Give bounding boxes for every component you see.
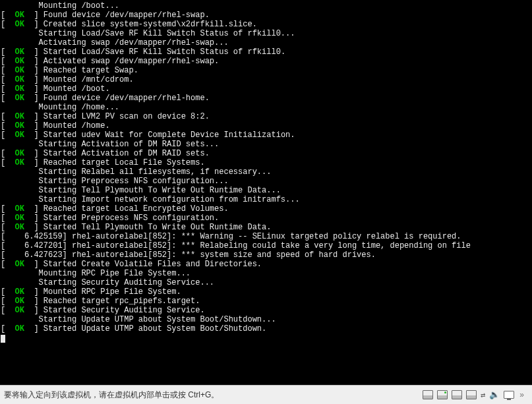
terminal-line: Starting Activation of DM RAID sets...	[1, 140, 531, 149]
ok-status: OK	[15, 57, 24, 66]
ok-status: OK	[15, 84, 24, 94]
terminal-line: [ OK ] Started Activation of DM RAID set…	[1, 149, 531, 158]
ok-status: OK	[15, 297, 24, 306]
terminal-line: [ OK ] Reached target rpc_pipefs.target.	[1, 297, 531, 306]
disk-icon[interactable]	[452, 390, 462, 399]
terminal-line: Mounting /boot...	[1, 1, 531, 11]
ok-status: OK	[15, 149, 24, 158]
ok-status: OK	[15, 47, 24, 57]
terminal-line: Starting Relabel all filesystems, if nec…	[1, 167, 531, 177]
ok-status: OK	[15, 130, 24, 140]
terminal-line: [ OK ] Mounted RPC Pipe File System.	[1, 287, 531, 297]
vm-device-tray: ⇄ 🔈 »	[423, 390, 532, 399]
terminal-line: [ OK ] Started Update UTMP about System …	[1, 324, 531, 333]
ok-status: OK	[15, 223, 24, 232]
terminal-line: Starting Load/Save RF Kill Switch Status…	[1, 29, 531, 38]
terminal-line: [ OK ] Started Tell Plymouth To Write Ou…	[1, 223, 531, 232]
network-icon[interactable]: ⇄	[481, 390, 485, 399]
terminal-line: [ OK ] Reached target Swap.	[1, 66, 531, 75]
ok-status: OK	[15, 324, 24, 333]
ok-status: OK	[15, 66, 24, 75]
terminal-line: [ OK ] Started Security Auditing Service…	[1, 306, 531, 315]
boot-terminal[interactable]: Mounting /boot...[ OK ] Found device /de…	[0, 0, 532, 384]
terminal-line: Activating swap /dev/mapper/rhel-swap...	[1, 38, 531, 47]
ok-status: OK	[15, 121, 24, 130]
disk-icon[interactable]	[466, 390, 477, 399]
terminal-line: [ OK ] Started LVM2 PV scan on device 8:…	[1, 112, 531, 121]
terminal-line: [ OK ] Reached target Local Encrypted Vo…	[1, 204, 531, 214]
ok-status: OK	[15, 94, 24, 103]
terminal-line: [ OK ] Mounted /home.	[1, 121, 531, 130]
ok-status: OK	[15, 112, 24, 121]
speaker-icon[interactable]: 🔈	[489, 390, 500, 399]
ok-status: OK	[15, 158, 24, 167]
terminal-line: [ OK ] Started Create Volatile Files and…	[1, 260, 531, 269]
terminal-line: [ 6.425159] rhel-autorelabel[852]: *** W…	[1, 232, 531, 241]
terminal-line: [ OK ] Mounted /mnt/cdrom.	[1, 75, 531, 84]
ok-status: OK	[15, 75, 24, 84]
terminal-line: [ OK ] Found device /dev/mapper/rhel-hom…	[1, 94, 531, 103]
disk-icon[interactable]	[437, 390, 448, 399]
display-icon[interactable]	[504, 391, 514, 399]
disk-icon[interactable]	[423, 390, 433, 399]
terminal-line: [ OK ] Activated swap /dev/mapper/rhel-s…	[1, 57, 531, 66]
terminal-line: [ OK ] Reached target Local File Systems…	[1, 158, 531, 167]
terminal-line: [ 6.427201] rhel-autorelabel[852]: *** R…	[1, 241, 531, 250]
ok-status: OK	[15, 306, 24, 315]
terminal-line: Starting Import network configuration fr…	[1, 195, 531, 204]
terminal-cursor-line	[1, 333, 531, 344]
terminal-line: [ 6.427623] rhel-autorelabel[852]: *** s…	[1, 250, 531, 260]
ok-status: OK	[15, 214, 24, 223]
cursor-icon	[1, 335, 5, 343]
terminal-line: Starting Security Auditing Service...	[1, 278, 531, 287]
terminal-line: Mounting /home...	[1, 103, 531, 112]
terminal-line: [ OK ] Started Preprocess NFS configurat…	[1, 214, 531, 223]
expand-tray-icon[interactable]: »	[518, 390, 525, 399]
ok-status: OK	[15, 204, 24, 214]
ok-status: OK	[15, 11, 24, 20]
terminal-line: [ OK ] Found device /dev/mapper/rhel-swa…	[1, 11, 531, 20]
terminal-line: Starting Update UTMP about System Boot/S…	[1, 315, 531, 324]
terminal-line: [ OK ] Created slice system-systemd\x2dr…	[1, 20, 531, 29]
vm-status-message: 要将输入定向到该虚拟机，请在虚拟机内部单击或按 Ctrl+G。	[0, 390, 423, 399]
terminal-line: [ OK ] Started udev Wait for Complete De…	[1, 130, 531, 140]
terminal-line: Starting Tell Plymouth To Write Out Runt…	[1, 186, 531, 195]
ok-status: OK	[15, 287, 24, 297]
terminal-line: [ OK ] Mounted /boot.	[1, 84, 531, 94]
vm-status-bar: 要将输入定向到该虚拟机，请在虚拟机内部单击或按 Ctrl+G。 ⇄ 🔈 »	[0, 385, 532, 404]
terminal-line: Starting Preprocess NFS configuration...	[1, 177, 531, 186]
ok-status: OK	[15, 260, 24, 269]
terminal-line: [ OK ] Started Load/Save RF Kill Switch …	[1, 47, 531, 57]
ok-status: OK	[15, 20, 24, 29]
terminal-line: Mounting RPC Pipe File System...	[1, 269, 531, 278]
